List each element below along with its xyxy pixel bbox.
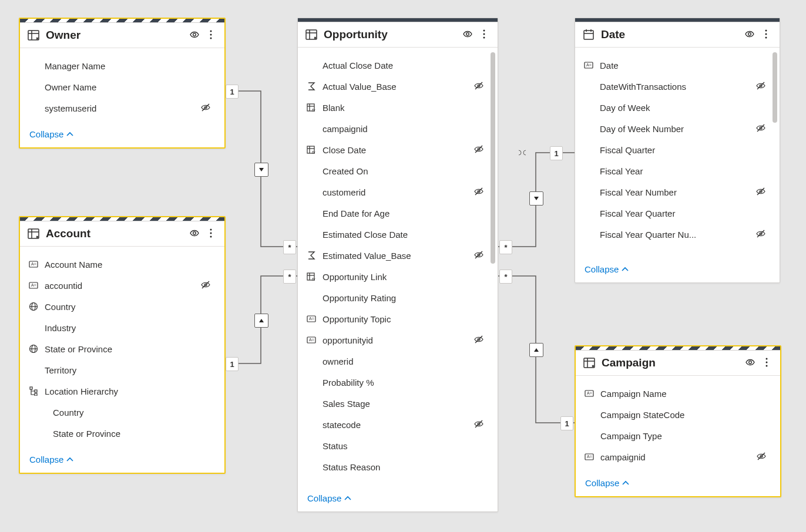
field-row[interactable]: State or Province [22, 423, 222, 444]
hidden-icon[interactable] [473, 419, 485, 430]
field-row[interactable]: DateWithTransactions [577, 76, 777, 97]
collapse-button[interactable]: Collapse [575, 258, 780, 282]
table-header[interactable]: Account [20, 221, 224, 247]
scrollbar[interactable] [773, 52, 777, 254]
hidden-icon[interactable] [473, 144, 485, 156]
hidden-icon[interactable] [755, 452, 767, 463]
field-row[interactable]: Blank [300, 97, 495, 118]
more-options-icon[interactable] [761, 357, 772, 369]
collapse-button[interactable]: Collapse [20, 449, 224, 473]
field-row[interactable]: Fiscal Year [577, 160, 777, 181]
field-row[interactable]: Estimated Close Date [300, 224, 495, 245]
table-header[interactable]: Owner [20, 23, 224, 48]
table-owner[interactable]: Owner Manager NameOwner Namesystemuserid… [19, 18, 226, 149]
field-row[interactable]: Fiscal Year Number [577, 181, 777, 203]
field-row[interactable]: Campaign Name [578, 383, 778, 404]
field-row[interactable]: Country [22, 296, 222, 317]
visibility-icon[interactable] [745, 357, 755, 369]
field-row[interactable]: Fiscal Quarter [577, 139, 777, 160]
field-row[interactable]: Territory [22, 359, 222, 381]
field-row[interactable]: Probability % [300, 372, 495, 393]
field-row[interactable]: Fiscal Year Quarter [577, 203, 777, 224]
field-row[interactable]: statecode [300, 414, 495, 435]
visibility-icon[interactable] [462, 29, 473, 41]
field-name: Probability % [323, 378, 473, 388]
field-row[interactable]: Industry [22, 317, 222, 338]
table-header[interactable]: Campaign [576, 351, 780, 376]
field-row[interactable]: Day of Week [577, 97, 777, 118]
tablefx-icon [306, 145, 317, 154]
field-row[interactable]: Date [577, 55, 777, 76]
field-list: DateDateWithTransactionsDay of WeekDay o… [575, 48, 780, 258]
hidden-icon[interactable] [200, 280, 211, 291]
field-row[interactable]: Close Date [300, 139, 495, 160]
table-title: Date [601, 28, 744, 41]
hidden-icon[interactable] [473, 187, 485, 198]
filter-direction-owner-opportunity[interactable] [254, 163, 268, 177]
hidden-icon[interactable] [755, 81, 767, 92]
hidden-icon[interactable] [473, 335, 485, 346]
field-row[interactable]: customerid [300, 181, 495, 203]
more-options-icon[interactable] [206, 228, 216, 240]
field-name: accountid [45, 281, 200, 291]
field-row[interactable]: Owner Name [22, 76, 222, 97]
field-row[interactable]: Actual Value_Base [300, 76, 495, 97]
visibility-icon[interactable] [189, 29, 200, 42]
field-list: Manager NameOwner Namesystemuserid [20, 48, 224, 123]
field-row[interactable]: Opportunity Topic [300, 308, 495, 329]
hidden-icon[interactable] [755, 229, 767, 240]
field-row[interactable]: accountid [22, 275, 222, 296]
field-row[interactable]: campaignid [578, 446, 778, 467]
more-options-icon[interactable] [206, 29, 216, 42]
field-row[interactable]: Campaign Type [578, 425, 778, 446]
visibility-icon[interactable] [189, 228, 200, 240]
field-row[interactable]: Country [22, 402, 222, 423]
field-row[interactable]: Opportunity Rating [300, 287, 495, 308]
more-options-icon[interactable] [479, 29, 489, 41]
hidden-icon[interactable] [473, 250, 485, 261]
collapse-button[interactable]: Collapse [576, 472, 780, 496]
table-date[interactable]: Date DateDateWithTransactionsDay of Week… [575, 18, 780, 283]
field-row[interactable]: Location Hierarchy [22, 381, 222, 402]
field-row[interactable]: Fiscal Year Quarter Nu... [577, 224, 777, 245]
visibility-icon[interactable] [744, 29, 755, 41]
field-row[interactable]: campaignid [300, 118, 495, 139]
field-list: Campaign NameCampaign StateCodeCampaign … [576, 376, 780, 472]
hidden-icon[interactable] [755, 123, 767, 134]
hidden-icon[interactable] [755, 187, 767, 198]
field-row[interactable]: Created On [300, 160, 495, 181]
field-row[interactable]: Manager Name [22, 55, 222, 76]
more-options-icon[interactable] [761, 29, 771, 41]
chevron-up-icon [66, 130, 74, 139]
scrollbar[interactable] [491, 52, 495, 483]
field-row[interactable]: Sales Stage [300, 393, 495, 414]
field-row[interactable]: End Date for Age [300, 203, 495, 224]
field-row[interactable]: Account Name [22, 254, 222, 275]
collapse-button[interactable]: Collapse [20, 123, 224, 147]
hidden-icon[interactable] [473, 81, 485, 92]
filter-direction-account-opportunity[interactable] [254, 314, 268, 328]
table-campaign[interactable]: Campaign Campaign NameCampaign StateCode… [575, 345, 781, 497]
field-name: Account Name [45, 260, 200, 270]
field-row[interactable]: State or Province [22, 338, 222, 359]
hidden-icon[interactable] [200, 103, 211, 114]
filter-direction-opportunity-campaign[interactable] [529, 343, 543, 357]
table-header[interactable]: Opportunity [298, 22, 498, 48]
field-row[interactable]: Status Reason [300, 456, 495, 477]
field-row[interactable]: Campaign StateCode [578, 404, 778, 425]
field-row[interactable]: systemuserid [22, 97, 222, 119]
field-name: Owner Name [45, 82, 200, 92]
table-opportunity[interactable]: Opportunity Actual Close DateActual Valu… [297, 18, 498, 512]
field-row[interactable]: Actual Close Date [300, 55, 495, 76]
field-row[interactable]: Status [300, 435, 495, 456]
field-row[interactable]: Day of Week Number [577, 118, 777, 139]
filter-direction-opportunity-date[interactable] [529, 191, 543, 206]
table-account[interactable]: Account Account NameaccountidCountryIndu… [19, 216, 226, 474]
field-row[interactable]: opportunityid [300, 329, 495, 351]
table-header[interactable]: Date [575, 22, 780, 48]
field-row[interactable]: ownerid [300, 351, 495, 372]
model-view-canvas[interactable]: A= fx 1 * 1 * * 1 * 1 Owner Manager Name… [0, 0, 806, 532]
collapse-button[interactable]: Collapse [298, 487, 498, 511]
field-row[interactable]: Opportunity Link [300, 266, 495, 287]
field-row[interactable]: Estimated Value_Base [300, 245, 495, 266]
